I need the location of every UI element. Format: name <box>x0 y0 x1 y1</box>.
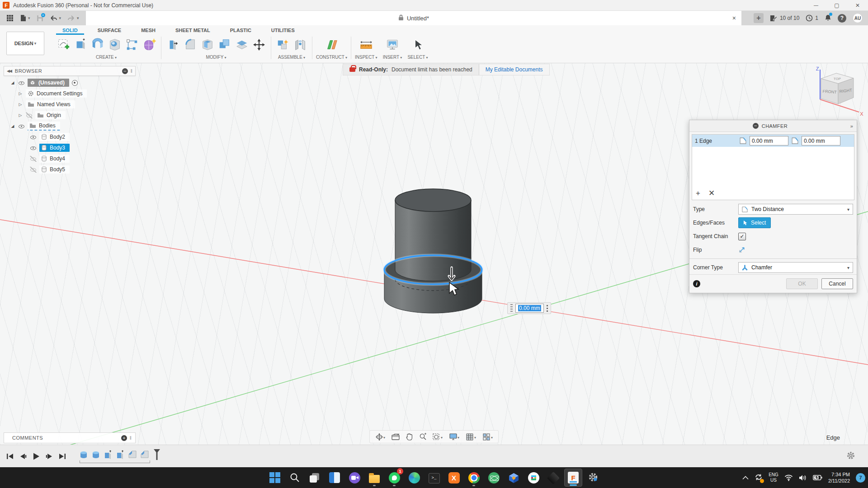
cube-app-button[interactable] <box>505 469 523 487</box>
timeline-cylinder-feature-icon[interactable] <box>79 450 89 460</box>
comments-grip[interactable] <box>130 436 132 441</box>
dialog-expand-icon[interactable] <box>850 123 853 129</box>
viewport[interactable]: TOP FRONT RIGHT Z X Read-Only: Document … <box>0 63 868 445</box>
group-label-select[interactable]: SELECT <box>407 55 428 61</box>
comments-bar[interactable]: COMMENTS <box>4 432 136 443</box>
drag-grip-icon[interactable] <box>510 304 513 312</box>
app-grid-icon[interactable] <box>6 14 14 22</box>
press-pull-icon[interactable] <box>165 36 181 53</box>
more-options-icon[interactable] <box>547 305 548 312</box>
extrude-icon[interactable] <box>72 36 89 53</box>
play-icon[interactable] <box>32 452 41 461</box>
visibility-eye-icon[interactable] <box>26 113 33 118</box>
visibility-eye-icon[interactable] <box>30 134 37 140</box>
document-tab[interactable]: Untitled* × <box>86 11 741 25</box>
visibility-eye-icon[interactable] <box>18 123 25 129</box>
type-dropdown[interactable]: Two Distance <box>738 204 853 215</box>
start-button[interactable] <box>266 469 284 487</box>
timeline-extrude-feature-icon[interactable] <box>103 450 113 460</box>
group-label-assemble[interactable]: ASSEMBLE <box>278 55 305 61</box>
expander-icon[interactable] <box>18 91 23 96</box>
timeline-chamfer-feature-icon[interactable] <box>127 450 137 460</box>
clock[interactable]: 7:34 PM 2/11/2022 <box>828 471 850 484</box>
viewcube-front-label[interactable]: FRONT <box>822 89 837 94</box>
combine-icon[interactable] <box>217 36 233 53</box>
create-form-icon[interactable] <box>141 36 157 53</box>
viewcube-top-label[interactable]: TOP <box>834 77 841 81</box>
new-component-icon[interactable] <box>275 36 291 53</box>
undo-icon[interactable] <box>50 15 61 21</box>
edge-set-row[interactable]: 1 Edge <box>692 135 854 147</box>
add-comment-icon[interactable] <box>121 435 127 441</box>
version-history[interactable]: 1 <box>806 14 818 22</box>
browser-header[interactable]: ◀◀ BROWSER <box>4 66 136 76</box>
joint-icon[interactable] <box>292 36 308 53</box>
notifications-bell[interactable] <box>825 14 831 23</box>
revolve-icon[interactable] <box>90 36 106 53</box>
timeline-cylinder-feature-icon[interactable] <box>91 450 101 460</box>
fillet-icon[interactable] <box>182 36 198 53</box>
group-label-insert[interactable]: INSERT <box>383 55 402 61</box>
viewports-icon[interactable]: ▾ <box>480 432 495 442</box>
tab-close-icon[interactable]: × <box>732 14 736 22</box>
file-menu-icon[interactable] <box>20 14 30 22</box>
group-label-create[interactable]: CREATE <box>96 55 117 61</box>
look-at-icon[interactable] <box>389 432 401 442</box>
battery-icon[interactable] <box>813 475 822 480</box>
expander-icon[interactable] <box>18 102 23 107</box>
timeline-chamfer-feature-icon[interactable] <box>140 450 150 460</box>
sketch-dimension-icon[interactable] <box>124 36 140 53</box>
tab-utilities[interactable]: UTILITIES <box>261 25 305 35</box>
timeline-extrude-feature-icon[interactable] <box>115 450 125 460</box>
distance1-input[interactable] <box>750 136 788 145</box>
tab-mesh[interactable]: MESH <box>131 25 165 35</box>
cancel-button[interactable]: Cancel <box>821 278 853 289</box>
visibility-eye-icon[interactable] <box>18 80 25 86</box>
expander-icon[interactable] <box>10 80 15 85</box>
shell-icon[interactable] <box>199 36 216 53</box>
tab-sheet-metal[interactable]: SHEET METAL <box>165 25 220 35</box>
slack-button[interactable] <box>524 469 542 487</box>
redo-icon[interactable] <box>67 15 79 21</box>
tree-row-body5[interactable]: Body5 <box>4 165 136 174</box>
settings-button[interactable] <box>584 469 602 487</box>
minimize-button[interactable] <box>806 0 826 10</box>
fit-icon[interactable]: ▾ <box>430 432 445 442</box>
widgets-button[interactable] <box>326 469 344 487</box>
group-label-inspect[interactable]: INSPECT <box>355 55 377 61</box>
measure-icon[interactable] <box>358 36 374 53</box>
wifi-icon[interactable] <box>784 474 793 481</box>
viewcube-right-label[interactable]: RIGHT <box>839 88 852 94</box>
meet-app-button[interactable] <box>345 469 363 487</box>
workspace-switcher[interactable]: DESIGN <box>6 32 44 55</box>
timeline-settings-gear-icon[interactable] <box>846 451 855 461</box>
tab-plastic[interactable]: PLASTIC <box>220 25 261 35</box>
whatsapp-button[interactable]: 1 <box>385 469 403 487</box>
tangent-chain-checkbox[interactable] <box>738 233 746 240</box>
xampp-button[interactable] <box>445 469 463 487</box>
add-edge-set-button[interactable]: + <box>696 189 700 197</box>
terminal-button[interactable] <box>425 469 443 487</box>
onedrive-sync-icon[interactable] <box>755 474 763 482</box>
skip-to-end-icon[interactable] <box>58 452 67 461</box>
tree-row-named-views[interactable]: Named Views <box>4 100 136 109</box>
close-button[interactable] <box>847 0 868 10</box>
step-forward-icon[interactable] <box>45 452 54 461</box>
remove-edge-set-button[interactable]: ✕ <box>708 189 715 197</box>
skip-to-start-icon[interactable] <box>5 452 14 461</box>
visibility-eye-icon[interactable] <box>30 156 37 162</box>
info-icon[interactable] <box>693 280 700 287</box>
flip-icon[interactable] <box>738 246 745 253</box>
highlighted-edge[interactable] <box>384 255 482 284</box>
expander-icon[interactable] <box>18 113 23 117</box>
language-indicator[interactable]: ENG US <box>769 472 778 483</box>
visibility-eye-icon[interactable] <box>30 167 37 173</box>
offset-face-icon[interactable] <box>234 36 250 53</box>
pan-icon[interactable] <box>403 432 415 442</box>
chrome-button[interactable] <box>465 469 483 487</box>
edge-browser-button[interactable] <box>405 469 423 487</box>
help-button[interactable] <box>838 14 846 23</box>
chamfer-dialog-header[interactable]: CHAMFER <box>689 120 857 132</box>
editable-documents-count[interactable]: 10 of 10 <box>770 15 799 22</box>
insert-canvas-icon[interactable] <box>384 36 401 53</box>
